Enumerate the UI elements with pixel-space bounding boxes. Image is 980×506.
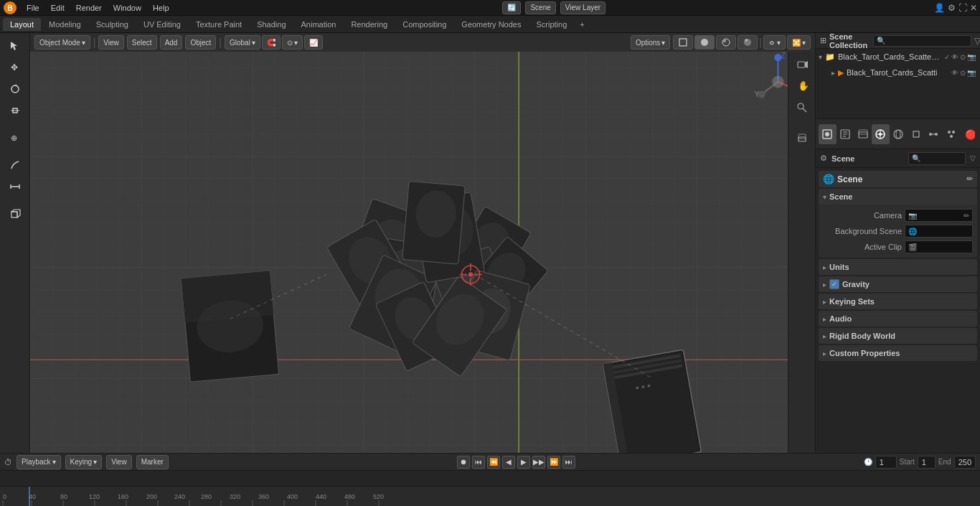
tab-animation[interactable]: Animation: [294, 18, 344, 31]
camera-prop-value[interactable]: 📷 ✏: [905, 209, 973, 222]
graph-btn[interactable]: 📈: [304, 35, 323, 50]
properties-filter-btn[interactable]: ▽: [970, 154, 976, 162]
scene-subsection-header[interactable]: ▾ Scene: [819, 189, 977, 205]
record-btn[interactable]: ⏺: [457, 456, 470, 469]
view-menu[interactable]: View: [98, 35, 124, 50]
measure-tool[interactable]: [4, 177, 27, 197]
skip-end-btn[interactable]: ⏭: [562, 456, 575, 469]
close-icon[interactable]: ✕: [970, 3, 977, 13]
custom-props-header[interactable]: ▸ Custom Properties: [819, 345, 977, 361]
options-btn[interactable]: Options ▾: [631, 35, 670, 50]
active-clip-value[interactable]: 🎬: [905, 240, 973, 253]
outliner-search-input[interactable]: [873, 35, 971, 47]
scale-tool[interactable]: [4, 100, 27, 121]
collection-hide-btn[interactable]: 👁: [951, 53, 958, 61]
mesh-viewport-btn[interactable]: ⊙: [960, 69, 966, 77]
frame-end-input[interactable]: 250: [954, 456, 976, 469]
collection-viewport-btn[interactable]: ⊙: [960, 53, 966, 61]
tab-sculpting[interactable]: Sculpting: [89, 18, 136, 31]
tab-shading[interactable]: Shading: [250, 18, 293, 31]
select-menu[interactable]: Select: [127, 35, 157, 50]
tab-geometry-nodes[interactable]: Geometry Nodes: [454, 18, 528, 31]
mesh-render-btn[interactable]: 📷: [967, 69, 976, 77]
collection-exclude-btn[interactable]: ✓: [944, 53, 950, 61]
cursor-tool[interactable]: [4, 36, 27, 56]
settings-icon[interactable]: ⚙: [948, 3, 956, 13]
outliner-filter-icon[interactable]: ▽: [974, 36, 980, 46]
tab-scripting[interactable]: Scripting: [529, 18, 574, 31]
transform-tool[interactable]: ⊕: [4, 128, 27, 148]
gravity-header[interactable]: ▸ ✓ Gravity: [819, 276, 977, 292]
viewport-zoom-icon[interactable]: [791, 98, 814, 118]
move-tool[interactable]: ✥: [4, 57, 27, 78]
proportional-edit-btn[interactable]: ⊙ ▾: [282, 35, 303, 50]
prev-frame-btn[interactable]: ◀: [502, 456, 515, 469]
prop-icon-scene[interactable]: [872, 124, 890, 144]
add-cube-tool[interactable]: [4, 204, 27, 224]
scene-selector[interactable]: Scene: [525, 1, 555, 14]
mesh-hide-btn[interactable]: 👁: [951, 69, 958, 77]
outliner-item-mesh[interactable]: ▸ ▶ Black_Tarot_Cards_Scatti 👁 ⊙ 📷: [816, 65, 980, 80]
menu-file[interactable]: File: [22, 2, 44, 14]
gravity-checkbox[interactable]: ✓: [829, 279, 839, 289]
prop-icon-world[interactable]: [890, 124, 908, 144]
viewport-shading-material[interactable]: [716, 35, 736, 50]
current-frame-input[interactable]: 1: [875, 456, 897, 469]
tab-compositing[interactable]: Compositing: [395, 18, 453, 31]
audio-header[interactable]: ▸ Audio: [819, 311, 977, 327]
properties-content[interactable]: 🌐 Scene ✏ ▾ Scene Camera 📷: [816, 168, 980, 453]
viewport-shading-solid[interactable]: [694, 35, 715, 50]
menu-window[interactable]: Window: [108, 2, 146, 14]
frame-ruler[interactable]: 0 40 80 120 160 200 240 280 320 360 400 …: [0, 486, 980, 506]
rigid-body-header[interactable]: ▸ Rigid Body World: [819, 328, 977, 344]
timeline-view-menu[interactable]: View: [106, 455, 132, 469]
prev-keyframe-btn[interactable]: ⏪: [487, 456, 500, 469]
object-mode-selector[interactable]: Object Mode ▾: [34, 35, 90, 50]
tab-modeling[interactable]: Modeling: [42, 18, 88, 31]
next-frame-btn[interactable]: ▶▶: [532, 456, 545, 469]
annotate-tool[interactable]: [4, 155, 27, 175]
snap-btn[interactable]: 🧲: [262, 35, 281, 50]
prop-icon-particles[interactable]: [943, 124, 961, 144]
units-header[interactable]: ▸ Units: [819, 259, 977, 275]
viewport-overlays-btn[interactable]: ⭘ ▾: [763, 35, 786, 50]
viewport-gizmos-btn[interactable]: 🔀 ▾: [787, 35, 811, 50]
prop-icon-physics[interactable]: 🔴: [960, 124, 978, 144]
scene-section-header[interactable]: 🌐 Scene ✏: [819, 171, 977, 187]
add-workspace-button[interactable]: +: [575, 18, 589, 31]
tab-layout[interactable]: Layout: [3, 18, 41, 31]
marker-menu[interactable]: Marker: [136, 455, 169, 469]
outliner-item-collection[interactable]: ▾ 📁 Black_Tarot_Cards_Scattered ✓ 👁 ⊙ 📷: [816, 49, 980, 65]
prop-icon-modifiers[interactable]: [925, 124, 943, 144]
menu-edit[interactable]: Edit: [46, 2, 70, 14]
next-keyframe-btn[interactable]: ⏩: [547, 456, 560, 469]
collection-render-btn[interactable]: 📷: [967, 53, 976, 61]
camera-edit-btn[interactable]: ✏: [963, 212, 969, 220]
properties-search-input[interactable]: [908, 152, 966, 165]
frame-start-input[interactable]: 1: [918, 456, 936, 469]
play-btn[interactable]: ▶: [517, 456, 530, 469]
keying-sets-header[interactable]: ▸ Keying Sets: [819, 294, 977, 309]
keying-menu[interactable]: Keying ▾: [65, 455, 103, 469]
user-icon[interactable]: 👤: [934, 3, 945, 13]
prop-icon-render[interactable]: [819, 124, 837, 144]
playback-menu[interactable]: Playback ▾: [17, 455, 61, 469]
tab-rendering[interactable]: Rendering: [344, 18, 395, 31]
view-layer-selector[interactable]: View Layer: [560, 1, 606, 14]
viewport-scene[interactable]: Z X Y: [30, 52, 815, 453]
rotate-tool[interactable]: [4, 79, 27, 99]
object-menu[interactable]: Object: [185, 35, 216, 50]
add-menu[interactable]: Add: [160, 35, 183, 50]
scene-edit-btn[interactable]: ✏: [966, 174, 973, 184]
viewport-camera-icon[interactable]: [791, 55, 814, 75]
viewport-layer-icon[interactable]: [791, 128, 814, 148]
viewport-hand-icon[interactable]: ✋: [791, 76, 814, 96]
prop-icon-object[interactable]: [907, 124, 925, 144]
prop-icon-output[interactable]: [837, 124, 854, 144]
skip-start-btn[interactable]: ⏮: [472, 456, 485, 469]
prop-icon-view-layer[interactable]: [854, 124, 872, 144]
fullscreen-icon[interactable]: ⛶: [958, 3, 967, 13]
menu-render[interactable]: Render: [71, 2, 107, 14]
transform-orientation[interactable]: Global ▾: [225, 35, 260, 50]
tab-texture-paint[interactable]: Texture Paint: [189, 18, 249, 31]
